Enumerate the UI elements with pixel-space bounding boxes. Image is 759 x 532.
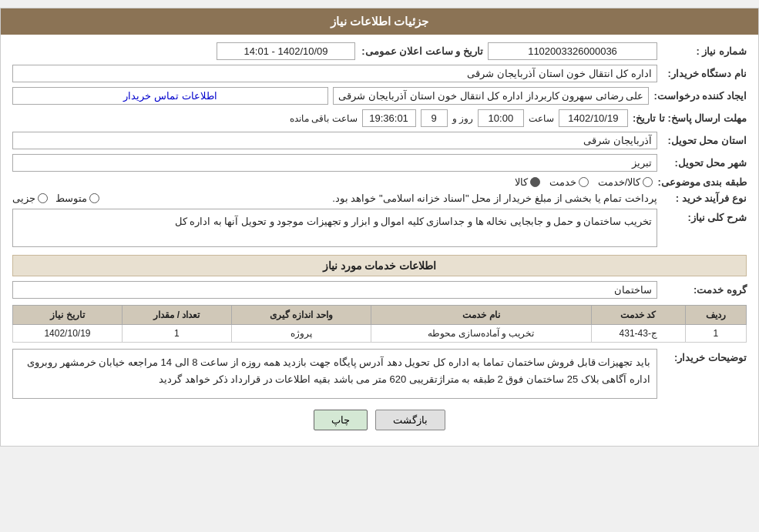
buyer-org-value: اداره کل انتقال خون استان آذربایجان شرقی <box>12 65 657 82</box>
radio-icon-medium <box>89 193 99 203</box>
print-button[interactable]: چاپ <box>314 410 368 430</box>
reply-days-value: 9 <box>421 109 448 127</box>
category-radio2-label: خدمت <box>549 176 576 188</box>
contact-link[interactable]: اطلاعات تماس خریدار <box>12 87 328 105</box>
need-number-label: شماره نیاز : <box>662 45 747 57</box>
radio-icon-partial <box>38 193 48 203</box>
category-radio-goods-service: کالا/خدمت <box>598 176 653 188</box>
col-date: تاریخ نیاز <box>13 306 123 325</box>
process-note: پرداخت تمام یا بخشی از مبلغ خریدار از مح… <box>107 192 657 204</box>
province-label: استان محل تحویل: <box>662 135 747 146</box>
need-number-value: 1102003326000036 <box>488 42 657 60</box>
process-label: نوع فرآیند خرید : <box>662 192 747 204</box>
cell-row: 1 <box>685 325 746 343</box>
cell-unit: پروژه <box>231 325 371 343</box>
reply-deadline-label: مهلت ارسال پاسخ: تا تاریخ: <box>633 112 747 124</box>
buttons-row: بازگشت چاپ <box>12 410 747 430</box>
services-section-title: اطلاعات خدمات مورد نیاز <box>12 255 747 276</box>
col-unit: واحد اندازه گیری <box>231 306 371 325</box>
process-row: پرداخت تمام یا بخشی از مبلغ خریدار از مح… <box>12 192 657 204</box>
date-label: تاریخ و ساعت اعلان عمومی: <box>360 45 483 57</box>
services-table-container: ردیف کد خدمت نام خدمت واحد اندازه گیری ت… <box>12 305 747 343</box>
description-value: تخریب ساختمان و حمل و جابجایی نخاله ها و… <box>12 209 657 247</box>
category-radio3-label: کالا/خدمت <box>598 176 641 188</box>
cell-code: ج-43-431 <box>591 325 685 343</box>
reply-remaining-label: ساعت باقی مانده <box>290 113 358 124</box>
buyer-org-label: نام دستگاه خریدار: <box>662 68 747 79</box>
col-row: ردیف <box>685 306 746 325</box>
radio-icon-goods <box>530 177 540 187</box>
col-code: کد خدمت <box>591 306 685 325</box>
city-value: تبریز <box>12 154 657 172</box>
table-row: 1ج-43-431تخریب و آماده‌سازی محوطهپروژه11… <box>13 325 747 343</box>
city-label: شهر محل تحویل: <box>662 157 747 169</box>
reply-remaining-value: 19:36:01 <box>362 109 416 127</box>
description-label: شرح کلی نیاز: <box>662 209 747 223</box>
process-radio-partial: جزیی <box>12 192 48 204</box>
service-group-value: ساختمان <box>12 281 657 299</box>
category-radio-group: کالا/خدمت خدمت کالا <box>515 176 653 188</box>
category-radio-service: خدمت <box>549 176 589 188</box>
process-radio1-label: جزیی <box>12 192 35 204</box>
reply-days-label: روز و <box>452 113 473 124</box>
province-value: آذربایجان شرقی <box>12 132 657 149</box>
cell-date: 1402/10/19 <box>13 325 123 343</box>
cell-qty: 1 <box>122 325 231 343</box>
reply-time-value: 10:00 <box>478 109 524 127</box>
category-radio-goods: کالا <box>515 176 540 188</box>
services-table: ردیف کد خدمت نام خدمت واحد اندازه گیری ت… <box>12 305 747 343</box>
category-radio1-label: کالا <box>515 176 528 188</box>
page-title: جزئیات اطلاعات نیاز <box>1 8 758 35</box>
creator-label: ایجاد کننده درخواست: <box>653 90 747 102</box>
col-name: نام خدمت <box>371 306 591 325</box>
radio-icon-goods-service <box>643 177 653 187</box>
reply-time-label: ساعت <box>529 113 554 124</box>
date-value: 1402/10/09 - 14:01 <box>217 42 355 60</box>
process-radio-medium: متوسط <box>55 192 99 204</box>
process-radio2-label: متوسط <box>55 192 87 204</box>
radio-icon-service <box>579 177 589 187</box>
creator-value: علی رضائی سهرون کاربرداز اداره کل انتقال… <box>333 87 649 105</box>
service-group-label: گروه خدمت: <box>662 284 747 296</box>
back-button[interactable]: بازگشت <box>375 410 445 430</box>
category-label: طبقه بندی موضوعی: <box>657 176 747 188</box>
buyer-notes-value: باید تجهیزات قابل فروش ساختمان تماما به … <box>12 349 657 399</box>
cell-name: تخریب و آماده‌سازی محوطه <box>371 325 591 343</box>
buyer-notes-label: توضیحات خریدار: <box>662 349 747 363</box>
col-qty: تعداد / مقدار <box>122 306 231 325</box>
reply-date-value: 1402/10/19 <box>559 109 628 127</box>
